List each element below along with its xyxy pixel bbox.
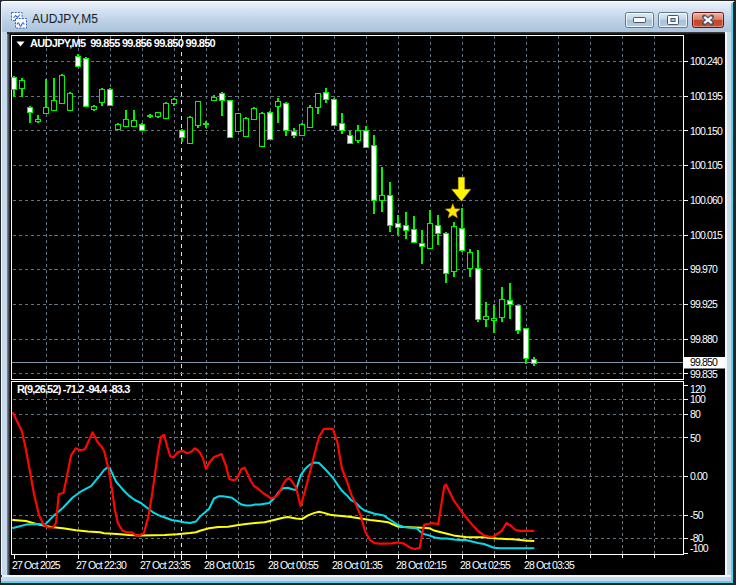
svg-text:100.060: 100.060 [690,194,723,206]
svg-text:28 Oct 02:55: 28 Oct 02:55 [460,559,511,571]
svg-text:50: 50 [690,432,701,444]
svg-text:100.240: 100.240 [690,55,723,67]
svg-text:100.105: 100.105 [690,159,723,171]
svg-text:28 Oct 00:55: 28 Oct 00:55 [268,559,319,571]
svg-text:28 Oct 00:15: 28 Oct 00:15 [204,559,255,571]
svg-text:-100: -100 [690,542,709,554]
svg-text:100: 100 [690,393,706,405]
svg-text:28 Oct 02:15: 28 Oct 02:15 [396,559,447,571]
svg-text:99.970: 99.970 [690,263,718,275]
svg-text:99.925: 99.925 [690,298,718,310]
svg-text:28 Oct 01:35: 28 Oct 01:35 [332,559,383,571]
svg-text:0.00: 0.00 [690,470,708,482]
svg-text:99.835: 99.835 [690,368,718,380]
svg-text:-50: -50 [690,509,704,521]
svg-text:27 Oct 2025: 27 Oct 2025 [12,559,61,571]
svg-text:R(9,26,52) -71.2 -94.4 -83.3: R(9,26,52) -71.2 -94.4 -83.3 [17,383,130,395]
svg-text:100.150: 100.150 [690,125,723,137]
svg-text:28 Oct 03:35: 28 Oct 03:35 [524,559,575,571]
svg-text:99.850: 99.850 [690,356,718,368]
svg-text:27 Oct 22:30: 27 Oct 22:30 [76,559,127,571]
svg-text:27 Oct 23:35: 27 Oct 23:35 [140,559,191,571]
svg-text:99.880: 99.880 [690,333,718,345]
svg-text:100.195: 100.195 [690,90,723,102]
svg-text:100.015: 100.015 [690,229,723,241]
svg-text:80: 80 [690,408,701,420]
svg-text:AUDJPY,M5 99.855 99.856 99.85: AUDJPY,M5 99.855 99.856 99.850 99.850 [30,37,216,49]
